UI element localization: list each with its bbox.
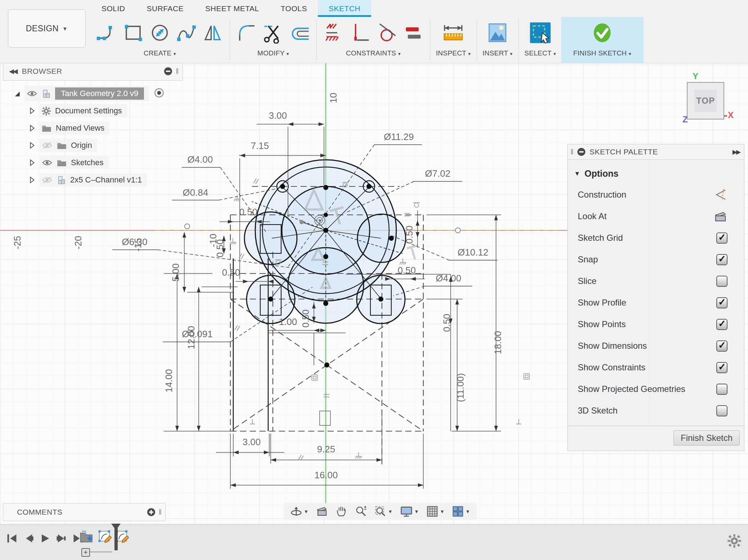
finish-sketch-button[interactable]: Finish Sketch [673, 430, 740, 446]
checkbox-slice[interactable] [716, 276, 727, 287]
group-label-create[interactable]: CREATE ▾ [144, 49, 176, 57]
visibility-eye-off-icon[interactable] [42, 176, 53, 184]
dimension-label[interactable]: Ø11.29 [384, 131, 414, 142]
construction-icon[interactable] [713, 188, 727, 202]
dimension-label[interactable]: (11.00) [455, 373, 466, 402]
view-cube-face[interactable]: TOP [694, 90, 717, 112]
dimension-label[interactable]: 0.50 [441, 314, 452, 332]
tab-surface[interactable]: SURFACE [136, 0, 195, 17]
orbit-button[interactable]: ▼ [290, 505, 308, 518]
timeline-sketch-feature-icon[interactable] [98, 529, 112, 544]
dimension-label[interactable]: 0.50 [222, 267, 240, 278]
browser-row[interactable]: Tank Geometry 2.0 v9 [3, 85, 183, 102]
browser-row[interactable]: Named Views [3, 119, 183, 137]
dimension-label[interactable]: 3.00 [243, 437, 261, 447]
dimension-label[interactable]: 10 [328, 93, 339, 103]
checkbox-snap[interactable] [716, 254, 727, 265]
timeline-go-start-button[interactable] [6, 533, 18, 544]
expand-panel-icon[interactable]: ▶▶ [733, 148, 744, 156]
rectangle-tool-icon[interactable] [122, 22, 144, 44]
equal-constraint-icon[interactable] [402, 22, 424, 44]
vertical-horizontal-constraint-icon[interactable] [349, 22, 371, 44]
browser-header[interactable]: ◀◀ BROWSER ‖ [3, 62, 183, 81]
browser-row[interactable]: Sketches [3, 154, 183, 171]
tab-solid[interactable]: SOLID [91, 0, 136, 17]
dimension-label[interactable]: 1.00 [279, 316, 297, 327]
dimension-label[interactable]: 0.50 [300, 310, 311, 328]
comments-bar[interactable]: COMMENTS ‖ [3, 503, 166, 521]
measure-tool-icon[interactable] [442, 22, 465, 44]
expander-expanded-icon[interactable] [14, 90, 20, 97]
dimension-label[interactable]: -25 [12, 236, 23, 249]
add-comment-icon[interactable] [147, 508, 155, 516]
group-label-select[interactable]: SELECT ▾ [524, 49, 556, 57]
dimension-label[interactable]: 14.00 [163, 369, 174, 392]
viewports-button[interactable]: ▼ [452, 505, 470, 518]
timeline-step-back-button[interactable] [22, 533, 35, 544]
checkbox-sketch-grid[interactable] [716, 232, 727, 244]
dimension-label[interactable]: 3.00 [269, 110, 287, 121]
spline-tool-icon[interactable] [176, 22, 197, 44]
group-label-modify[interactable]: MODIFY ▾ [257, 49, 289, 57]
look-at-icon[interactable] [713, 210, 727, 223]
minimize-icon[interactable] [164, 67, 172, 75]
palette-header[interactable]: ‖ SKETCH PALETTE ▶▶ [567, 144, 744, 160]
tab-sheet-metal[interactable]: SHEET METAL [194, 0, 270, 17]
minimize-icon[interactable] [577, 148, 585, 156]
fix-constraint-icon[interactable] [323, 22, 344, 44]
line-tool-icon[interactable] [96, 22, 117, 44]
checkbox-show-dimensions[interactable] [716, 340, 727, 352]
zoom-window-button[interactable]: ▼ [374, 505, 393, 518]
dimension-label[interactable]: 0.50 [404, 226, 415, 244]
collapse-panel-icon[interactable]: ◀◀ [9, 67, 17, 75]
tab-tools[interactable]: TOOLS [270, 0, 318, 17]
dimension-label[interactable]: Ø0.84 [183, 187, 208, 198]
grid-settings-button[interactable]: ▼ [426, 505, 445, 518]
dimension-label[interactable]: Ø7.02 [425, 168, 451, 179]
fillet-tool-icon[interactable] [236, 22, 257, 44]
visibility-eye-off-icon[interactable] [42, 142, 53, 149]
group-label-insert[interactable]: INSERT ▾ [483, 49, 513, 57]
tangent-constraint-icon[interactable] [376, 22, 397, 44]
offset-tool-icon[interactable] [289, 22, 311, 44]
panel-grip[interactable]: ‖ [571, 148, 574, 156]
dimension-label[interactable]: Ø10.12 [458, 247, 488, 258]
mirror-tool-icon[interactable] [202, 22, 224, 44]
group-label-inspect[interactable]: INSPECT ▾ [436, 49, 471, 57]
dimension-label[interactable]: 0.50 [239, 207, 258, 217]
display-settings-button[interactable]: ▼ [400, 505, 419, 518]
trim-tool-icon[interactable] [262, 22, 284, 44]
timeline-play-button[interactable] [39, 533, 51, 544]
browser-row[interactable]: Origin [3, 137, 183, 154]
timeline-zoom-add-icon[interactable]: + [81, 548, 90, 557]
look-at-button[interactable] [316, 505, 328, 518]
checkbox-show-constraints[interactable] [716, 362, 727, 373]
dimension-label[interactable]: Ø4.00 [436, 273, 461, 284]
timeline-step-forward-button[interactable] [55, 533, 68, 544]
timeline-insert-feature-icon[interactable] [79, 529, 94, 544]
dimension-label[interactable]: Ø0.091 [182, 329, 212, 339]
expander-collapsed-icon[interactable] [29, 176, 35, 184]
dimension-label[interactable]: 0.50 [398, 265, 416, 276]
visibility-eye-icon[interactable] [42, 159, 53, 166]
pan-button[interactable] [335, 505, 347, 518]
dimension-label[interactable]: Ø6.30 [122, 236, 148, 247]
visibility-eye-icon[interactable] [27, 90, 37, 97]
group-finish-sketch[interactable]: FINISH SKETCH ▾ [561, 17, 644, 63]
checkbox-show-projected-geometries[interactable] [716, 384, 727, 395]
tab-sketch[interactable]: SKETCH [318, 0, 371, 17]
panel-grip[interactable]: ‖ [159, 508, 162, 516]
dimension-label[interactable]: 0.50 [215, 239, 225, 258]
select-tool-icon[interactable] [530, 22, 551, 44]
dimension-label[interactable]: Ø4.00 [188, 154, 213, 165]
dimension-label[interactable]: 9.25 [317, 444, 335, 455]
checkbox-3d-sketch[interactable] [716, 405, 727, 416]
dimension-label[interactable]: 7.15 [251, 140, 269, 151]
panel-grip[interactable]: ‖ [176, 67, 179, 76]
expander-collapsed-icon[interactable] [29, 142, 35, 149]
timeline-playhead[interactable] [114, 528, 118, 550]
dimension-label[interactable]: 18.00 [492, 331, 503, 354]
checkbox-show-profile[interactable] [716, 297, 727, 308]
workspace-switcher[interactable]: DESIGN▼ [8, 9, 86, 48]
checkbox-show-points[interactable] [716, 319, 727, 330]
